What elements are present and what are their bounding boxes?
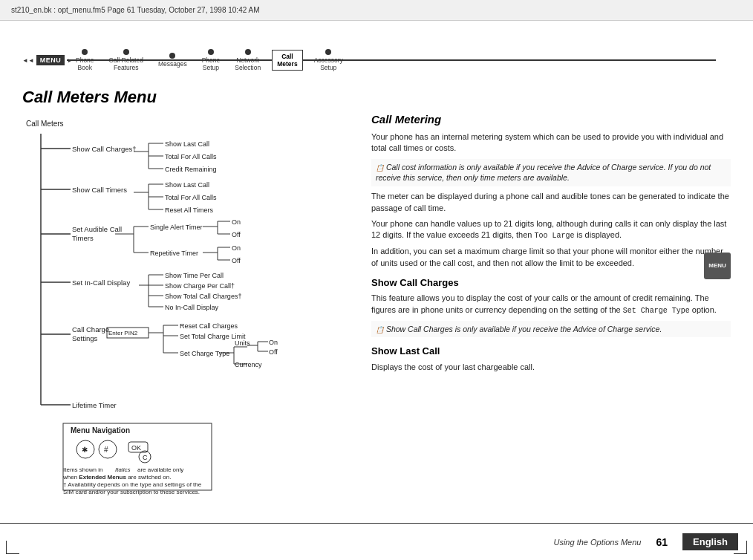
svg-text:✱: ✱ [82, 446, 88, 454]
svg-text:Off: Off [232, 231, 241, 238]
header-bar: st210_en.bk : opt_menu.fm5 Page 61 Tuesd… [0, 0, 753, 21]
svg-text:are available only: are available only [137, 466, 183, 473]
section2-title: Show Call Charges [371, 276, 731, 290]
svg-text:On: On [269, 339, 278, 346]
subsection-title: Show Last Call [371, 345, 731, 358]
svg-text:Credit Remaining: Credit Remaining [165, 166, 217, 173]
nav-menu: ◄◄ MENU ► PhoneBook Call RelatedFeatures… [22, 41, 731, 79]
svg-text:Show Last Call: Show Last Call [165, 140, 209, 148]
content-area: MENU Call Metering Your phone has an int… [371, 111, 731, 523]
svg-text:Currency: Currency [235, 361, 262, 368]
svg-text:No In-Call Display: No In-Call Display [165, 304, 219, 311]
svg-text:C: C [143, 454, 148, 461]
svg-text:Off: Off [232, 257, 241, 264]
diagram-area: Call Meters Show Call Charges† Show Last… [19, 115, 368, 515]
menu-label: MENU [36, 55, 65, 65]
nav-item-accessory[interactable]: AccessorySetup [314, 56, 343, 71]
section2-note1: Show Call Charges is only available if y… [386, 325, 662, 333]
footer-language: English [682, 533, 738, 550]
svg-text:Total For All Calls: Total For All Calls [165, 194, 217, 201]
svg-text:Show Time Per Call: Show Time Per Call [165, 272, 224, 279]
subsection-para1: Displays the cost of your last chargeabl… [371, 362, 731, 373]
svg-text:Total For All Calls: Total For All Calls [165, 153, 217, 160]
section1-note: 📋 Call cost information is only availabl… [371, 159, 731, 186]
svg-text:Timers: Timers [72, 234, 94, 242]
svg-text:Set In-Call Display: Set In-Call Display [72, 279, 130, 287]
nav-item-phonebook[interactable]: PhoneBook [76, 56, 94, 71]
nav-item-call-related[interactable]: Call RelatedFeatures [109, 56, 143, 71]
svg-text:On: On [232, 218, 241, 226]
set-charge-type-code: Set Charge Type [623, 307, 690, 315]
svg-text:Italics: Italics [115, 466, 130, 473]
note-icon: 📋 [376, 164, 384, 172]
svg-text:Lifetime Timer: Lifetime Timer [72, 401, 117, 409]
section1-para1: Your phone has an internal metering syst… [371, 131, 731, 154]
svg-text:Show Call Timers: Show Call Timers [72, 186, 127, 194]
section2-note: 📋 Show Call Charges is only available if… [371, 321, 731, 338]
svg-text:Single Alert Timer: Single Alert Timer [150, 224, 203, 231]
svg-text:Show Charge Per Call†: Show Charge Per Call† [165, 282, 235, 290]
svg-text:Enter PIN2: Enter PIN2 [108, 330, 138, 336]
svg-text:Show Call Charges†: Show Call Charges† [72, 145, 137, 153]
page-title: Call Meters Menu [22, 88, 157, 107]
svg-text:Show Total Call Charges†: Show Total Call Charges† [165, 293, 241, 300]
section1-note1: Call cost information is only available … [376, 163, 711, 183]
section1-title: Call Metering [371, 111, 731, 127]
section2-para1: This feature allows you to display the c… [371, 293, 731, 316]
file-info: st210_en.bk : opt_menu.fm5 Page 61 Tuesd… [11, 6, 259, 14]
nav-item-network[interactable]: NetworkSelection [235, 56, 261, 71]
note-icon2: 📋 [376, 326, 384, 333]
svg-text:† Availability depends on the : † Availability depends on the type and s… [63, 481, 202, 488]
svg-text:#: # [104, 446, 108, 454]
svg-text:Call Charge: Call Charge [72, 325, 109, 333]
svg-text:Set Charge Type: Set Charge Type [180, 350, 229, 357]
section1-para3: Your phone can handle values up to 21 di… [371, 218, 731, 241]
menu-button: MENU [704, 253, 731, 279]
svg-text:Settings: Settings [72, 334, 98, 342]
svg-text:when Extended Menus are switch: when Extended Menus are switched on. [62, 474, 171, 481]
svg-text:Off: Off [269, 348, 278, 356]
svg-text:Repetitive Timer: Repetitive Timer [150, 250, 198, 257]
svg-text:Reset Call Charges: Reset Call Charges [180, 322, 238, 330]
svg-text:SIM card and/or your subscript: SIM card and/or your subscription to the… [63, 489, 200, 495]
too-large-code: Too Large [535, 232, 575, 240]
footer: Using the Options Menu 61 English [0, 523, 753, 560]
nav-item-phone-setup[interactable]: PhoneSetup [202, 56, 221, 71]
svg-text:Set Audible Call: Set Audible Call [72, 225, 122, 233]
section1-para4: In addition, you can set a maximum charg… [371, 246, 731, 269]
svg-text:Show Last Call: Show Last Call [165, 181, 209, 189]
svg-text:Call Meters: Call Meters [26, 120, 64, 128]
footer-text: Using the Options Menu [553, 538, 641, 547]
svg-text:Menu Navigation: Menu Navigation [71, 426, 130, 434]
svg-text:OK: OK [131, 444, 141, 452]
call-meters-diagram: Call Meters Show Call Charges† Show Last… [19, 115, 360, 501]
nav-item-call-meters[interactable]: CallMeters [277, 53, 297, 68]
svg-text:On: On [232, 244, 241, 252]
svg-text:Units: Units [235, 339, 250, 347]
section1-para2: The meter can be displayed during a phon… [371, 191, 731, 214]
svg-text:Items shown in: Items shown in [63, 466, 102, 473]
svg-text:Reset All Timers: Reset All Timers [165, 206, 214, 214]
footer-page: 61 [656, 536, 668, 548]
nav-item-messages[interactable]: Messages [158, 60, 187, 68]
